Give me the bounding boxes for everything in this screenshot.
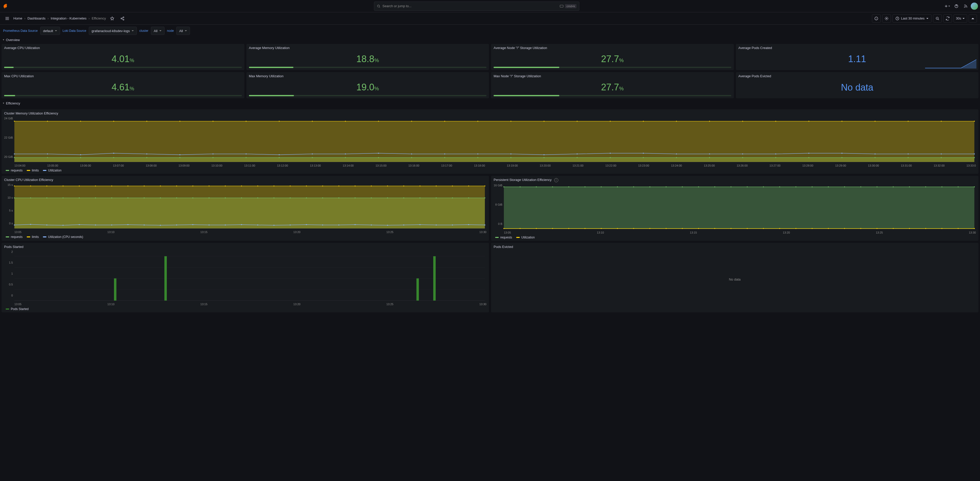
svg-point-166 — [63, 225, 64, 226]
panel-pods-evicted[interactable]: Pods Evicted No data — [491, 243, 978, 312]
panel-mem-eff[interactable]: Cluster Memory Utilization Efficiency 24… — [2, 109, 978, 174]
svg-point-131 — [468, 197, 469, 198]
svg-point-194 — [503, 186, 504, 187]
panel-title: Persistent Storage Utilization Efficienc… — [493, 178, 976, 182]
svg-point-61 — [643, 121, 644, 122]
svg-point-157 — [403, 186, 404, 186]
panel-pods-started[interactable]: Pods Started 21.510.50 13:0513:1013:1513… — [2, 243, 489, 312]
svg-point-138 — [95, 186, 96, 186]
share-icon — [120, 16, 124, 21]
section-overview-header[interactable]: ▸ Overview — [0, 37, 980, 44]
svg-point-110 — [127, 197, 128, 198]
search-kbd: cmd+k — [565, 4, 576, 8]
var-select-cluster[interactable]: All — [151, 27, 164, 35]
chevron-down-icon: ▸ — [2, 39, 5, 41]
user-avatar[interactable] — [971, 3, 978, 10]
svg-point-23 — [378, 157, 379, 158]
menu-toggle[interactable] — [3, 14, 11, 22]
svg-point-0 — [377, 5, 379, 7]
insights-button[interactable] — [872, 14, 881, 22]
svg-point-239 — [747, 228, 748, 229]
svg-point-161 — [468, 186, 469, 186]
chart-legend: requests Utilization — [493, 234, 976, 239]
refresh-interval[interactable]: 30s — [954, 14, 967, 22]
svg-point-159 — [436, 186, 437, 186]
panel-max-mem[interactable]: Max Memory Utilization 19.0% — [247, 72, 489, 98]
grafana-logo[interactable] — [2, 2, 10, 10]
svg-point-220 — [925, 186, 926, 187]
var-label-cluster: cluster — [139, 29, 148, 33]
svg-point-119 — [274, 197, 274, 198]
panel-max-cpu[interactable]: Max CPU Utilization 4.61% — [2, 72, 244, 98]
svg-point-176 — [225, 225, 226, 225]
panel-avg-mem[interactable]: Average Memory Utilization 18.8% — [247, 44, 489, 70]
svg-point-196 — [536, 186, 537, 187]
info-icon[interactable]: i — [554, 178, 558, 182]
news-button[interactable] — [961, 2, 970, 10]
breadcrumb-dashboards[interactable]: Dashboards — [27, 16, 45, 20]
panel-max-storage[interactable]: Max Node "/" Storage Utilization 27.7% — [491, 72, 734, 98]
panel-cpu-eff[interactable]: Cluster CPU Utilization Efficiency 15 s1… — [2, 176, 489, 241]
clock-icon — [895, 16, 899, 21]
svg-point-240 — [763, 228, 764, 229]
panel-title: Max Memory Utilization — [249, 74, 487, 78]
panel-title: Pods Started — [4, 245, 487, 249]
svg-point-212 — [795, 186, 797, 187]
svg-point-241 — [779, 228, 780, 229]
refresh-button[interactable] — [943, 14, 952, 22]
svg-point-69 — [908, 121, 908, 122]
svg-point-178 — [257, 225, 258, 225]
svg-point-104 — [30, 197, 31, 198]
svg-point-128 — [419, 197, 420, 198]
collapse-button[interactable] — [969, 14, 977, 22]
var-select-loki[interactable]: grafanacloud-k8sdev-logs — [89, 27, 137, 35]
svg-point-100 — [941, 153, 942, 154]
breadcrumb-home[interactable]: Home — [13, 16, 22, 20]
svg-point-234 — [665, 228, 667, 229]
panel-avg-pods-evicted[interactable]: Average Pods Evicted No data — [736, 72, 979, 98]
svg-point-139 — [111, 186, 112, 186]
info-icon — [874, 16, 878, 21]
help-icon — [955, 4, 958, 8]
svg-point-195 — [520, 186, 520, 187]
time-range-picker[interactable]: Last 30 minutes — [892, 14, 931, 22]
svg-point-132 — [484, 197, 485, 198]
search-input[interactable]: Search or jump to... cmd+k — [374, 2, 579, 11]
x-axis-ticks: 13:0513:1013:1513:2013:2513:30 — [4, 302, 487, 306]
panel-storage-eff[interactable]: Persistent Storage Utilization Efficienc… — [491, 176, 978, 241]
svg-point-223 — [974, 186, 975, 187]
var-select-prometheus[interactable]: default — [40, 27, 60, 35]
svg-point-156 — [387, 186, 388, 186]
svg-point-86 — [477, 153, 479, 154]
section-efficiency-title: Efficiency — [6, 101, 20, 105]
help-button[interactable] — [952, 2, 961, 10]
panel-avg-storage[interactable]: Average Node "/" Storage Utilization 27.… — [491, 44, 734, 70]
add-menu[interactable] — [943, 2, 951, 10]
settings-button[interactable] — [882, 14, 891, 22]
svg-point-58 — [543, 121, 544, 122]
star-button[interactable] — [108, 14, 116, 22]
chart-svg — [4, 183, 487, 229]
svg-point-144 — [192, 186, 193, 186]
share-button[interactable] — [118, 14, 127, 22]
svg-point-224 — [503, 228, 504, 229]
chevron-down-icon — [948, 5, 950, 7]
plus-icon — [944, 4, 948, 8]
y-axis-ticks: 16 GiB8 GiB0 B — [493, 184, 503, 225]
rss-icon — [964, 4, 968, 8]
breadcrumb-folder[interactable]: Integration - Kubernetes — [51, 16, 86, 20]
svg-point-203 — [649, 186, 651, 187]
svg-point-204 — [665, 186, 667, 187]
svg-point-252 — [958, 228, 959, 229]
panel-avg-cpu[interactable]: Average CPU Utilization 4.01% — [2, 44, 244, 70]
svg-point-222 — [958, 186, 959, 187]
svg-point-129 — [436, 197, 437, 198]
no-data-text: No data — [738, 80, 976, 96]
svg-point-77 — [180, 154, 180, 155]
section-efficiency-header[interactable]: ▸ Efficiency — [0, 100, 980, 107]
svg-point-125 — [371, 197, 372, 198]
panel-title: Average CPU Utilization — [4, 46, 242, 50]
var-select-node[interactable]: All — [177, 27, 190, 35]
zoom-out-button[interactable] — [933, 14, 942, 22]
panel-avg-pods-created[interactable]: Average Pods Created 1.11 — [736, 44, 979, 70]
